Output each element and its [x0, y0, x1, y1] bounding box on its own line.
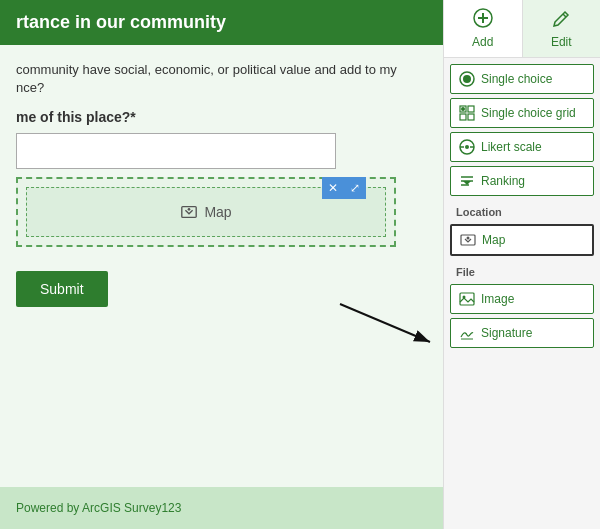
signature-button[interactable]: Signature — [450, 318, 594, 348]
header-text: rtance in our community — [16, 12, 226, 32]
close-btn-area: ✕ ⤢ — [322, 177, 366, 199]
add-icon-svg — [473, 8, 493, 28]
image-label: Image — [481, 292, 514, 306]
ranking-label: Ranking — [481, 174, 525, 188]
text-input[interactable] — [16, 133, 336, 169]
right-panel: Add Edit Single choice — [443, 0, 600, 529]
single-choice-label: Single choice — [481, 72, 552, 86]
image-button[interactable]: Image — [450, 284, 594, 314]
single-choice-button[interactable]: Single choice — [450, 64, 594, 94]
svg-rect-13 — [460, 114, 466, 120]
single-choice-grid-button[interactable]: Single choice grid — [450, 98, 594, 128]
edit-icon — [551, 8, 571, 33]
map-text-left: Map — [204, 204, 231, 220]
svg-point-16 — [465, 145, 469, 149]
close-button[interactable]: ✕ — [322, 177, 344, 199]
map-button[interactable]: Map — [450, 224, 594, 256]
file-section-label: File — [450, 260, 594, 280]
powered-by-bar: Powered by ArcGIS Survey123 — [0, 487, 443, 529]
likert-scale-icon — [459, 139, 475, 155]
ranking-button[interactable]: Ranking — [450, 166, 594, 196]
ranking-icon — [459, 173, 475, 189]
svg-point-12 — [461, 107, 465, 111]
signature-label: Signature — [481, 326, 532, 340]
map-label-left: Map — [180, 203, 231, 221]
left-panel: rtance in our community community have s… — [0, 0, 443, 529]
page-header: rtance in our community — [0, 0, 443, 45]
add-icon — [473, 8, 493, 33]
svg-rect-14 — [468, 114, 474, 120]
svg-rect-11 — [468, 106, 474, 112]
svg-point-1 — [188, 208, 191, 211]
single-choice-grid-label: Single choice grid — [481, 106, 576, 120]
survey-description: community have social, economic, or poli… — [16, 61, 427, 97]
signature-icon — [459, 325, 475, 341]
map-item-label: Map — [482, 233, 505, 247]
tab-add-label: Add — [472, 35, 493, 49]
likert-scale-label: Likert scale — [481, 140, 542, 154]
image-icon — [459, 291, 475, 307]
survey-content: community have social, economic, or poli… — [0, 45, 443, 323]
map-icon-left — [180, 203, 198, 221]
tab-edit[interactable]: Edit — [523, 0, 601, 57]
tab-bar: Add Edit — [444, 0, 600, 58]
svg-point-24 — [467, 237, 470, 240]
map-area: ✕ ⤢ Map — [16, 177, 396, 247]
svg-rect-25 — [460, 293, 474, 305]
single-choice-icon — [459, 71, 475, 87]
expand-button[interactable]: ⤢ — [344, 177, 366, 199]
svg-point-9 — [463, 75, 471, 83]
items-list: Single choice Single choice grid Likert … — [444, 58, 600, 529]
single-choice-grid-icon — [459, 105, 475, 121]
question-label: me of this place?* — [16, 109, 427, 125]
tab-edit-label: Edit — [551, 35, 572, 49]
submit-button[interactable]: Submit — [16, 271, 108, 307]
svg-line-7 — [563, 14, 566, 17]
likert-scale-button[interactable]: Likert scale — [450, 132, 594, 162]
location-section-label: Location — [450, 200, 594, 220]
edit-icon-svg — [551, 8, 571, 28]
map-item-icon — [460, 232, 476, 248]
tab-add[interactable]: Add — [444, 0, 523, 57]
